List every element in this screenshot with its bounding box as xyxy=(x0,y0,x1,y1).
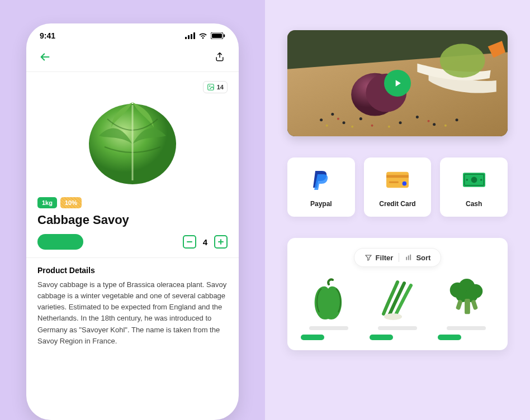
svg-point-25 xyxy=(456,118,458,121)
header xyxy=(26,45,239,72)
svg-rect-2 xyxy=(191,34,192,39)
sort-button[interactable]: Sort xyxy=(405,254,430,262)
price-pill xyxy=(37,234,83,250)
svg-rect-42 xyxy=(406,257,408,260)
signal-icon xyxy=(185,32,195,39)
skeleton-price xyxy=(301,335,324,340)
svg-point-19 xyxy=(331,113,334,116)
credit-card-icon xyxy=(386,169,409,191)
svg-point-29 xyxy=(444,125,447,127)
play-icon xyxy=(392,78,403,89)
status-time: 9:41 xyxy=(40,31,55,40)
quantity-decrease-button[interactable] xyxy=(183,235,196,249)
image-count-badge[interactable]: 14 xyxy=(203,81,228,93)
sort-icon xyxy=(405,254,413,261)
weight-badge: 1kg xyxy=(37,197,57,208)
filter-label: Filter xyxy=(376,254,394,262)
payment-paypal[interactable]: Paypal xyxy=(287,157,355,217)
product-details-heading: Product Details xyxy=(37,266,228,275)
svg-rect-43 xyxy=(408,256,409,260)
product-thumb-pepper xyxy=(306,277,351,322)
cash-icon xyxy=(463,169,485,191)
payment-cash[interactable]: Cash xyxy=(440,157,508,217)
list-item[interactable] xyxy=(434,277,498,340)
svg-rect-5 xyxy=(212,34,222,38)
svg-point-17 xyxy=(440,44,485,78)
share-button[interactable] xyxy=(212,49,228,65)
svg-point-39 xyxy=(471,177,477,183)
svg-rect-52 xyxy=(456,299,463,310)
products-row xyxy=(297,277,498,340)
svg-rect-12 xyxy=(220,239,221,245)
product-details-body: Savoy cabbage is a type of Brassica oler… xyxy=(37,279,228,347)
payment-label: Paypal xyxy=(310,200,332,208)
svg-point-40 xyxy=(466,179,468,181)
svg-point-36 xyxy=(403,182,407,186)
product-image-area: 14 xyxy=(26,72,239,197)
svg-point-27 xyxy=(351,126,353,128)
quantity-increase-button[interactable] xyxy=(214,235,228,249)
svg-point-23 xyxy=(416,116,419,118)
back-button[interactable] xyxy=(37,49,53,65)
payment-label: Cash xyxy=(466,200,482,208)
svg-rect-10 xyxy=(187,241,192,242)
svg-rect-35 xyxy=(389,182,399,183)
product-image[interactable] xyxy=(77,80,188,192)
discount-badge: 10% xyxy=(60,197,82,208)
left-panel: 9:41 14 xyxy=(0,0,265,420)
quantity-stepper: 4 xyxy=(183,235,228,249)
badges: 1kg 10% xyxy=(26,197,239,213)
svg-point-21 xyxy=(359,117,362,120)
svg-point-20 xyxy=(343,121,346,124)
quantity-value: 4 xyxy=(203,237,207,247)
svg-point-24 xyxy=(433,123,436,126)
svg-point-31 xyxy=(371,125,373,127)
svg-point-18 xyxy=(320,118,323,121)
svg-point-45 xyxy=(384,313,402,320)
skeleton-line xyxy=(447,326,486,330)
battery-icon xyxy=(211,32,225,39)
sort-label: Sort xyxy=(416,254,430,262)
phone-frame: 9:41 14 xyxy=(26,23,239,420)
svg-point-22 xyxy=(399,121,402,124)
svg-rect-1 xyxy=(188,35,190,39)
price-row: 4 xyxy=(26,234,239,258)
skeleton-price xyxy=(370,335,393,340)
divider xyxy=(399,253,399,262)
svg-rect-51 xyxy=(465,299,470,314)
svg-rect-3 xyxy=(193,32,195,39)
product-details: Product Details Savoy cabbage is a type … xyxy=(26,258,239,355)
svg-point-41 xyxy=(480,179,482,181)
filter-sort-pill: Filter Sort xyxy=(354,248,442,267)
filter-button[interactable]: Filter xyxy=(365,254,394,262)
list-item[interactable] xyxy=(297,277,361,340)
play-button[interactable] xyxy=(384,70,411,97)
payment-credit-card[interactable]: Credit Card xyxy=(364,157,432,217)
product-thumb-greens xyxy=(375,277,420,322)
image-count: 14 xyxy=(217,84,224,90)
video-card[interactable] xyxy=(287,30,508,136)
svg-rect-53 xyxy=(471,299,478,310)
skeleton-line xyxy=(309,326,348,330)
product-thumb-broccoli xyxy=(444,277,489,322)
paypal-icon xyxy=(310,169,332,191)
svg-point-30 xyxy=(337,118,339,120)
minus-icon xyxy=(186,238,193,245)
status-icons xyxy=(185,32,225,39)
product-title: Cabbage Savoy xyxy=(26,213,239,234)
svg-rect-34 xyxy=(386,175,409,178)
svg-point-8 xyxy=(209,85,210,87)
image-icon xyxy=(207,83,215,91)
products-card: Filter Sort xyxy=(287,238,508,350)
plus-icon xyxy=(217,238,224,245)
arrow-left-icon xyxy=(39,51,51,63)
list-item[interactable] xyxy=(366,277,429,340)
filter-icon xyxy=(365,254,372,261)
wifi-icon xyxy=(198,32,207,39)
svg-rect-44 xyxy=(410,255,411,260)
skeleton-line xyxy=(378,326,417,330)
svg-rect-6 xyxy=(224,35,225,37)
share-icon xyxy=(214,51,225,63)
svg-point-26 xyxy=(326,125,328,127)
skeleton-price xyxy=(438,335,461,340)
